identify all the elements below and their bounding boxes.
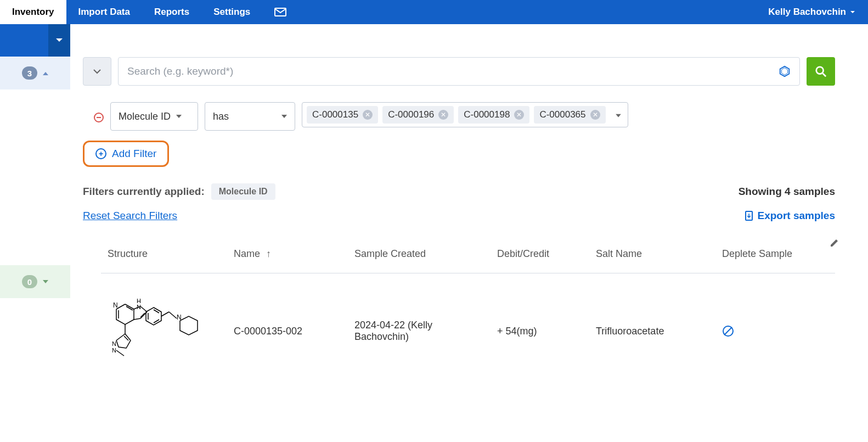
svg-point-3 [816,67,824,74]
cell-deplete [715,273,835,374]
search-input[interactable] [127,65,772,77]
col-name-label: Name [234,248,260,259]
minus-circle-icon [94,113,104,122]
left-sidebar: 3 0 [0,24,70,298]
search-row [83,57,835,86]
cell-name: C-0000135-002 [227,273,348,374]
svg-line-25 [161,312,169,316]
nav-tab-import-data[interactable]: Import Data [66,0,142,24]
svg-line-26 [169,312,177,318]
filter-chip: C-0000135 ✕ [307,106,378,124]
chevron-down-icon [93,69,102,74]
deplete-sample-button[interactable] [722,325,734,336]
filter-operator-value: has [213,111,229,122]
chevron-down-icon [616,110,621,120]
nav-tab-reports[interactable]: Reports [142,0,201,24]
filter-operator-select[interactable]: has [205,102,295,131]
col-structure[interactable]: Structure [101,242,227,273]
svg-text:N: N [113,301,118,309]
filter-field-value: Molecule ID [119,111,171,122]
export-label: Export samples [758,210,836,222]
nav-tab-settings[interactable]: Settings [201,0,262,24]
chevron-down-icon [850,10,855,14]
filter-values-input[interactable]: C-0000135 ✕ C-0000196 ✕ C-0000198 ✕ C-00… [302,102,628,127]
nav-tab-inventory[interactable]: Inventory [0,0,66,24]
chevron-down-icon [176,115,182,119]
sidebar-blue-badge: 3 [22,66,37,80]
col-debit[interactable]: Debit/Credit [491,242,589,273]
chevron-down-icon [281,115,287,119]
sort-asc-icon: ↑ [266,248,271,259]
filter-chip-label: C-0000135 [312,109,358,120]
user-menu[interactable]: Kelly Bachovchin [755,0,868,24]
caret-down-icon [43,278,48,286]
pencil-icon [830,238,839,248]
results-table-wrap: Structure Name ↑ Sample Created Debit/Cr… [101,242,835,373]
col-created[interactable]: Sample Created [348,242,491,273]
molecule-structure-icon: N H N [108,295,217,367]
col-salt[interactable]: Salt Name [589,242,715,273]
user-name: Kelly Bachovchin [768,7,846,18]
search-input-wrap [118,57,800,86]
applied-filter-chip[interactable]: Molecule ID [211,183,275,200]
filter-row: Molecule ID has C-0000135 ✕ C-0000196 ✕ … [94,102,835,131]
svg-marker-2 [782,68,788,75]
svg-line-31 [116,334,125,340]
filter-chip-label: C-0000196 [388,109,434,120]
sidebar-blue-count-row[interactable]: 3 [0,57,70,89]
export-samples-link[interactable]: Export samples [745,210,836,222]
mail-icon[interactable] [262,0,298,24]
structure-search-icon[interactable] [779,65,791,77]
top-nav: Inventory Import Data Reports Settings K… [0,0,868,24]
sidebar-green-badge: 0 [22,275,37,288]
results-table: Structure Name ↑ Sample Created Debit/Cr… [101,242,835,373]
svg-line-18 [134,318,140,320]
main-content: Molecule ID has C-0000135 ✕ C-0000196 ✕ … [83,24,868,395]
remove-filter-button[interactable] [94,112,104,122]
svg-line-16 [140,306,147,312]
cell-salt: Trifluoroacetate [589,273,715,374]
svg-line-33 [116,350,124,356]
filter-chip: C-0000196 ✕ [382,106,454,124]
col-name[interactable]: Name ↑ [227,242,348,273]
col-deplete[interactable]: Deplete Sample [715,242,835,273]
reset-export-row: Reset Search Filters Export samples [83,210,835,222]
applied-filters-row: Filters currently applied: Molecule ID S… [83,183,835,200]
add-filter-label: Add Filter [112,148,156,160]
search-button[interactable] [807,57,835,86]
svg-text:N: N [112,347,116,354]
search-collapse-toggle[interactable] [83,57,111,86]
svg-line-4 [823,74,826,77]
chip-remove-icon[interactable]: ✕ [363,110,373,120]
caret-up-icon [43,69,48,77]
export-icon [745,211,753,221]
chip-remove-icon[interactable]: ✕ [438,110,448,120]
showing-count: Showing 4 samples [739,186,835,198]
filter-chip: C-0000198 ✕ [458,106,529,124]
filters-applied-label: Filters currently applied: [83,186,205,198]
plus-circle-icon: + [95,148,106,159]
sidebar-blue-block[interactable] [0,24,70,57]
chip-remove-icon[interactable]: ✕ [590,110,600,120]
filter-chip-label: C-0000365 [539,109,585,120]
add-filter-button[interactable]: + Add Filter [83,141,169,167]
chip-remove-icon[interactable]: ✕ [514,110,524,120]
cell-debit: + 54(mg) [491,273,589,374]
svg-text:N: N [112,340,116,347]
edit-columns-button[interactable] [830,237,839,248]
svg-line-35 [724,327,732,335]
filter-chip-label: C-0000198 [464,109,510,120]
filter-field-select[interactable]: Molecule ID [110,102,198,131]
cell-structure: N H N [101,273,227,374]
search-icon [815,65,827,77]
caret-down-icon [48,24,70,57]
sidebar-green-count-row[interactable]: 0 [0,265,70,298]
cell-created: 2024-04-22 (Kelly Bachovchin) [348,273,491,374]
reset-filters-link[interactable]: Reset Search Filters [83,210,177,222]
table-row[interactable]: N H N [101,273,835,374]
filter-chip: C-0000365 ✕ [534,106,605,124]
